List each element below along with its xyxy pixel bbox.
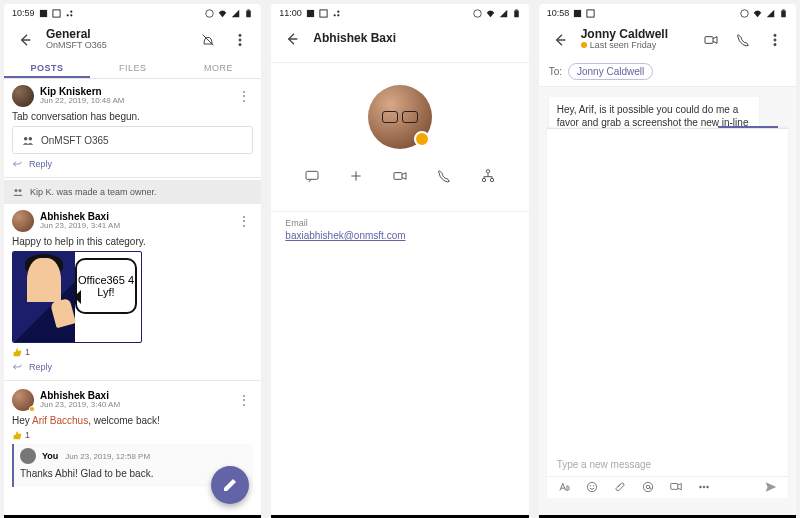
phone-screen-2: 11:00 Abhishek Baxi Email baxiabhishek@ [271,4,528,518]
reply-button[interactable]: Reply [12,158,253,169]
sticker-image[interactable]: Office365 4 Lyf! [12,251,142,343]
svg-point-26 [482,178,485,181]
audio-call-button[interactable] [732,29,754,51]
recipient-chip[interactable]: Jonny Caldwell [568,63,653,80]
profile-title: Abhishek Baxi [313,32,518,45]
post-time: Jun 23, 2019, 12:58 PM [65,452,150,461]
mention[interactable]: Arif Bacchus [32,415,88,426]
chat-button[interactable] [301,165,323,187]
svg-point-27 [490,178,493,181]
post-overflow-button[interactable]: ⋮ [235,214,253,228]
tab-posts[interactable]: POSTS [4,57,90,78]
presence-dot-icon [581,42,587,48]
svg-point-2 [66,14,68,16]
svg-point-5 [206,9,214,17]
audio-call-button[interactable] [433,165,455,187]
svg-rect-23 [306,171,318,179]
cast-icon [52,9,61,18]
chat-header: Jonny Caldwell Last seen Friday [539,22,796,57]
divider [4,177,261,178]
status-time: 11:00 [279,8,302,18]
reply-button[interactable]: Reply [12,361,253,372]
org-button[interactable] [477,165,499,187]
wifi-icon [486,9,495,18]
post-overflow-button[interactable]: ⋮ [235,89,253,103]
svg-rect-29 [587,9,594,16]
tab-more[interactable]: MORE [176,57,262,78]
post[interactable]: Abhishek Baxi Jun 23, 2019, 3:41 AM ⋮ Ha… [4,204,261,378]
profile-actions [271,165,528,187]
chat-subtitle: Last seen Friday [581,41,690,51]
profile-photo[interactable] [368,85,432,149]
svg-point-8 [239,34,241,36]
reactions[interactable]: 1 [12,347,253,357]
like-count: 1 [25,347,30,357]
send-button[interactable] [764,480,778,496]
more-button[interactable] [697,480,711,496]
add-contact-button[interactable] [345,165,367,187]
svg-point-11 [24,137,28,141]
svg-point-39 [593,485,594,486]
svg-point-10 [239,43,241,45]
chat-body[interactable]: Hey, Arif, is it possible you could do m… [539,87,796,518]
svg-rect-28 [574,9,581,16]
like-count: 1 [25,430,30,440]
status-bar: 10:58 [539,4,796,22]
status-bar: 10:59 [4,4,261,22]
svg-point-14 [19,189,22,192]
attach-button[interactable] [613,480,627,496]
notifications-button[interactable] [197,29,219,51]
cast-icon [586,9,595,18]
post-author: You [42,451,58,461]
wifi-icon [753,9,762,18]
svg-rect-7 [248,9,250,10]
svg-point-13 [15,189,18,192]
post-body: Happy to help in this category. [12,236,253,247]
system-message: Kip K. was made a team owner. [4,180,261,204]
cast-icon [319,9,328,18]
svg-rect-0 [39,9,46,16]
battery-icon [512,9,521,18]
tab-files[interactable]: FILES [90,57,176,78]
channel-subtitle: OnMSFT O365 [46,41,187,51]
compose-fab[interactable] [211,466,249,504]
back-button[interactable] [549,29,571,51]
post-overflow-button[interactable]: ⋮ [235,393,253,407]
posts-feed[interactable]: Kip Kniskern Jun 22, 2019, 10:48 AM ⋮ Ta… [4,79,261,518]
svg-rect-1 [52,9,59,16]
svg-rect-16 [320,9,327,16]
status-time: 10:59 [12,8,35,18]
phone-screen-1: 10:59 General OnMSFT O365 POSTS FILES [4,4,261,518]
battery-icon [244,9,253,18]
back-button[interactable] [14,29,36,51]
avatar [12,210,34,232]
share-icon [65,9,74,18]
svg-point-40 [643,482,652,491]
back-button[interactable] [281,28,303,50]
mention-button[interactable] [641,480,655,496]
svg-point-44 [703,486,705,488]
video-call-button[interactable] [700,29,722,51]
format-button[interactable] [557,480,571,496]
svg-point-45 [706,486,708,488]
to-row: To: Jonny Caldwell [539,57,796,87]
tab-reference[interactable]: OnMSFT O365 [12,126,253,154]
reactions[interactable]: 1 [12,430,253,440]
camera-button[interactable] [669,480,683,496]
svg-point-9 [239,38,241,40]
sticker-text: Office365 4 Lyf! [77,274,135,298]
emoji-button[interactable] [585,480,599,496]
overflow-button[interactable] [764,29,786,51]
share-icon [332,9,341,18]
svg-point-12 [29,137,32,141]
svg-point-3 [70,10,72,12]
video-call-button[interactable] [389,165,411,187]
nfc-icon [205,9,214,18]
overflow-button[interactable] [229,29,251,51]
system-message-text: Kip K. was made a team owner. [30,187,157,197]
post[interactable]: Kip Kniskern Jun 22, 2019, 10:48 AM ⋮ Ta… [4,79,261,175]
screenshot-icon [39,9,48,18]
post-time: Jun 23, 2019, 3:41 AM [40,222,229,231]
compose-input[interactable]: Type a new message [547,453,788,476]
email-link[interactable]: baxiabhishek@onmsft.com [285,230,405,241]
